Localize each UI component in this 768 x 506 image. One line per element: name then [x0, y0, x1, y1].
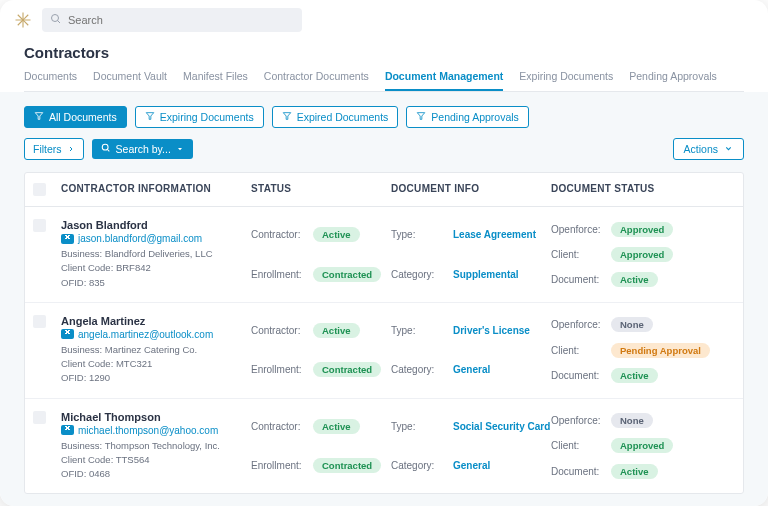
chevron-right-icon	[67, 143, 75, 155]
logo	[14, 11, 32, 29]
status-badge: Approved	[611, 247, 673, 262]
column-header: DOCUMENT INFO	[391, 183, 551, 196]
filter-icon	[34, 111, 44, 123]
select-all-checkbox[interactable]	[33, 183, 46, 196]
filter-pill-pending-approvals[interactable]: Pending Approvals	[406, 106, 529, 128]
svg-marker-8	[283, 113, 291, 120]
contractor-email[interactable]: angela.martinez@outlook.com	[78, 329, 213, 340]
doc-type-link[interactable]: Driver's License	[453, 325, 551, 336]
status-badge: Active	[611, 464, 658, 479]
table-row: Michael Thompson michael.thompson@yahoo.…	[25, 399, 743, 494]
doc-category-link[interactable]: General	[453, 364, 551, 375]
status-badge: Active	[313, 227, 360, 242]
row-checkbox[interactable]	[33, 219, 46, 232]
status-badge: Contracted	[313, 362, 381, 377]
contractor-email[interactable]: michael.thompson@yahoo.com	[78, 425, 218, 436]
filter-icon	[416, 111, 426, 123]
search-by-button[interactable]: Search by...	[92, 139, 193, 159]
svg-marker-12	[178, 148, 182, 150]
status-badge: None	[611, 317, 653, 332]
actions-button[interactable]: Actions	[673, 138, 744, 160]
contractor-name: Michael Thompson	[61, 411, 251, 423]
search-icon	[101, 143, 111, 155]
contractor-meta: Business: Blandford Deliveries, LLCClien…	[61, 247, 251, 290]
doc-category-link[interactable]: Supplemental	[453, 269, 551, 280]
tab-document-management[interactable]: Document Management	[385, 65, 503, 91]
status-badge: Approved	[611, 438, 673, 453]
table-header: CONTRACTOR INFORMATION STATUS DOCUMENT I…	[25, 173, 743, 207]
doc-category-link[interactable]: General	[453, 460, 551, 471]
tabs: DocumentsDocument VaultManifest FilesCon…	[24, 65, 744, 92]
filters-button[interactable]: Filters	[24, 138, 84, 160]
status-badge: Active	[611, 272, 658, 287]
actions-label: Actions	[684, 143, 718, 155]
tab-documents[interactable]: Documents	[24, 65, 77, 91]
filter-pill-all-documents[interactable]: All Documents	[24, 106, 127, 128]
search-by-label: Search by...	[116, 143, 171, 155]
document-filter-pills: All DocumentsExpiring DocumentsExpired D…	[24, 106, 744, 128]
filter-pill-expired-documents[interactable]: Expired Documents	[272, 106, 399, 128]
svg-line-11	[107, 149, 109, 151]
column-header: STATUS	[251, 183, 391, 196]
tab-manifest-files[interactable]: Manifest Files	[183, 65, 248, 91]
column-header: DOCUMENT STATUS	[551, 183, 735, 196]
email-icon	[61, 234, 74, 244]
status-badge: Active	[611, 368, 658, 383]
email-icon	[61, 425, 74, 435]
chevron-down-icon	[724, 143, 733, 155]
email-icon	[61, 329, 74, 339]
filters-label: Filters	[33, 143, 62, 155]
contractor-email[interactable]: jason.blandford@gmail.com	[78, 233, 202, 244]
status-badge: Approved	[611, 222, 673, 237]
filter-icon	[282, 111, 292, 123]
svg-point-10	[102, 144, 108, 150]
page-title: Contractors	[24, 44, 744, 61]
row-checkbox[interactable]	[33, 315, 46, 328]
tab-contractor-documents[interactable]: Contractor Documents	[264, 65, 369, 91]
contractor-meta: Business: Martinez Catering Co.Client Co…	[61, 343, 251, 386]
status-badge: Contracted	[313, 267, 381, 282]
svg-marker-6	[35, 113, 43, 120]
doc-type-link[interactable]: Social Security Card	[453, 421, 551, 432]
search-input[interactable]	[68, 14, 294, 26]
svg-marker-9	[418, 113, 426, 120]
svg-line-5	[58, 21, 61, 24]
status-badge: Pending Approval	[611, 343, 710, 358]
global-search[interactable]	[42, 8, 302, 32]
contractor-name: Angela Martinez	[61, 315, 251, 327]
tab-document-vault[interactable]: Document Vault	[93, 65, 167, 91]
caret-down-icon	[176, 143, 184, 155]
table-row: Angela Martinez angela.martinez@outlook.…	[25, 303, 743, 399]
doc-type-link[interactable]: Lease Agreement	[453, 229, 551, 240]
table-row: Jason Blandford jason.blandford@gmail.co…	[25, 207, 743, 303]
svg-point-4	[52, 15, 59, 22]
tab-pending-approvals[interactable]: Pending Approvals	[629, 65, 717, 91]
status-badge: Active	[313, 419, 360, 434]
tab-expiring-documents[interactable]: Expiring Documents	[519, 65, 613, 91]
column-header: CONTRACTOR INFORMATION	[61, 183, 251, 196]
svg-marker-7	[146, 113, 154, 120]
contractor-name: Jason Blandford	[61, 219, 251, 231]
status-badge: Contracted	[313, 458, 381, 473]
status-badge: None	[611, 413, 653, 428]
status-badge: Active	[313, 323, 360, 338]
filter-icon	[145, 111, 155, 123]
search-icon	[50, 13, 62, 27]
contractors-table: CONTRACTOR INFORMATION STATUS DOCUMENT I…	[24, 172, 744, 494]
contractor-meta: Business: Thompson Technology, Inc.Clien…	[61, 439, 251, 482]
filter-pill-expiring-documents[interactable]: Expiring Documents	[135, 106, 264, 128]
row-checkbox[interactable]	[33, 411, 46, 424]
